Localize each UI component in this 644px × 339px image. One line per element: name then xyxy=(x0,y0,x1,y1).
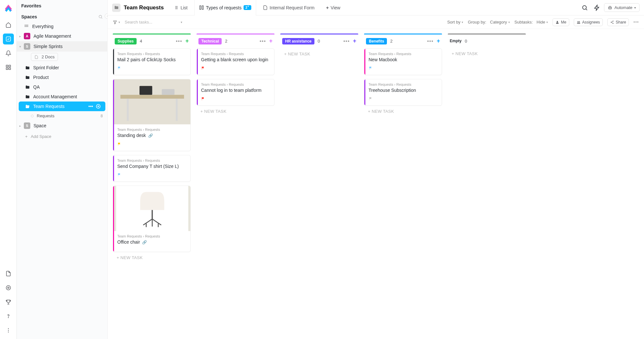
folder-more-icon[interactable]: ••• xyxy=(88,104,93,109)
help-icon[interactable] xyxy=(3,311,14,322)
task-card[interactable]: Team Requests › RequestsSend Company T s… xyxy=(113,155,191,182)
space-name: Simple Sprints xyxy=(34,44,62,49)
task-card[interactable]: Team Requests › RequestsTreehouse Subscr… xyxy=(364,79,442,106)
column-more-icon[interactable]: ••• xyxy=(176,38,182,44)
priority-flag-icon[interactable] xyxy=(201,66,205,70)
svg-rect-4 xyxy=(9,68,10,70)
space-docs[interactable]: 2 Docs xyxy=(31,53,58,61)
favorites-header[interactable]: Favorites xyxy=(17,0,107,11)
folder-sprint[interactable]: Sprint Folder xyxy=(17,63,107,73)
svg-rect-34 xyxy=(139,86,152,95)
notifications-icon[interactable] xyxy=(3,48,14,59)
more-icon[interactable]: ••• xyxy=(633,20,639,24)
everything-row[interactable]: Everything xyxy=(17,22,107,31)
search-icon[interactable] xyxy=(580,3,590,13)
subtasks-filter[interactable]: Subtasks: Hide ▾ xyxy=(514,20,548,24)
column-hr-assistance: HR assistance0•••++ NEW TASK xyxy=(280,34,358,60)
space-simple-sprints[interactable]: ▾ S Simple Sprints xyxy=(17,41,107,52)
add-space-button[interactable]: + Add Space xyxy=(17,131,107,142)
folder-account-mgmt[interactable]: Account Management xyxy=(17,92,107,102)
automate-button[interactable]: Automate ▾ xyxy=(604,3,639,12)
me-button[interactable]: Me xyxy=(553,18,569,26)
column-label[interactable]: HR assistance xyxy=(282,38,314,44)
task-card[interactable]: Team Requests › RequestsCannot log in to… xyxy=(197,79,274,106)
task-card[interactable]: Team Requests › RequestsStanding desk 🔗 xyxy=(113,79,191,151)
column-more-icon[interactable]: ••• xyxy=(343,38,350,44)
bolt-icon[interactable] xyxy=(592,3,602,13)
trophy-icon[interactable] xyxy=(3,296,14,307)
column-label[interactable]: Supplies xyxy=(115,38,137,44)
tab-badge: 2˅ xyxy=(244,5,251,10)
priority-flag-icon[interactable] xyxy=(117,142,121,146)
column-add-icon[interactable]: + xyxy=(437,38,440,44)
card-image xyxy=(114,186,190,231)
sort-by[interactable]: Sort by ▾ xyxy=(447,20,463,24)
chevron-down-icon: ▾ xyxy=(634,6,636,9)
svg-rect-33 xyxy=(176,99,178,121)
card-breadcrumb: Team Requests › Requests xyxy=(369,52,438,56)
tab-types-of-requests[interactable]: Types of requests 2˅ xyxy=(194,0,256,15)
attachment-icon: 🔗 xyxy=(142,240,147,245)
tab-label: Internal Request Form xyxy=(270,5,314,10)
space-space[interactable]: ▸ S Space xyxy=(17,121,107,131)
column-label[interactable]: Technical xyxy=(198,38,222,44)
priority-flag-icon[interactable] xyxy=(117,66,121,70)
column-add-icon[interactable]: + xyxy=(353,38,356,44)
priority-flag-icon[interactable] xyxy=(369,66,373,70)
folder-team-requests[interactable]: Team Requests ••• xyxy=(19,102,105,111)
space-agile[interactable]: ▸ A Agile Management xyxy=(17,31,107,41)
folder-label: Sprint Folder xyxy=(33,65,59,70)
svg-point-20 xyxy=(583,5,587,9)
filter-icon[interactable]: ▾ xyxy=(113,20,120,24)
priority-flag-icon[interactable] xyxy=(369,97,373,101)
column-more-icon[interactable]: ••• xyxy=(260,38,266,44)
pulse-icon[interactable] xyxy=(3,282,14,293)
more-icon[interactable] xyxy=(3,325,14,336)
folder-qa[interactable]: QA xyxy=(17,82,107,92)
column-count: 0 xyxy=(318,39,320,44)
column-more-icon[interactable]: ••• xyxy=(427,38,434,44)
column-add-icon[interactable]: + xyxy=(269,38,273,44)
new-task-button[interactable]: + NEW TASK xyxy=(197,106,274,117)
svg-rect-30 xyxy=(114,80,190,124)
new-task-button[interactable]: + NEW TASK xyxy=(280,48,358,60)
folder-add-icon[interactable] xyxy=(96,104,101,109)
tab-internal-request-form[interactable]: Internal Request Form xyxy=(258,0,319,15)
chevron-down-icon: ▾ xyxy=(181,21,182,24)
column-label[interactable]: Benefits xyxy=(366,38,387,44)
priority-flag-icon[interactable] xyxy=(117,173,121,177)
task-card[interactable]: Team Requests › RequestsNew Macbook xyxy=(364,48,442,75)
svg-point-11 xyxy=(25,25,25,25)
sidebar-collapse-handle[interactable]: ‹ xyxy=(105,14,108,19)
new-task-button[interactable]: + NEW TASK xyxy=(448,48,526,59)
tab-add-view[interactable]: + View xyxy=(321,0,345,15)
spaces-header: Spaces xyxy=(17,11,107,22)
tasks-icon[interactable] xyxy=(3,34,14,44)
svg-rect-32 xyxy=(127,99,129,121)
app-logo[interactable] xyxy=(4,3,13,12)
docs-icon[interactable] xyxy=(3,268,14,279)
topbar: Team Requests List Types of requests 2˅ … xyxy=(108,0,644,15)
list-requests[interactable]: Requests 8 xyxy=(17,111,107,121)
card-breadcrumb: Team Requests › Requests xyxy=(117,159,187,162)
task-card[interactable]: Team Requests › RequestsOffice chair 🔗 xyxy=(113,186,191,252)
priority-flag-icon[interactable] xyxy=(201,97,205,101)
apps-icon[interactable] xyxy=(3,62,14,73)
new-task-button[interactable]: + NEW TASK xyxy=(364,106,442,117)
task-card[interactable]: Team Requests › RequestsMail 2 pairs of … xyxy=(113,48,191,75)
column-add-icon[interactable]: + xyxy=(185,38,189,44)
task-card[interactable]: Team Requests › RequestsGetting a blank … xyxy=(197,48,274,75)
assignees-button[interactable]: Assignees xyxy=(574,18,603,26)
search-icon[interactable] xyxy=(98,15,103,19)
tab-label: List xyxy=(180,5,187,10)
column-count: 4 xyxy=(140,39,142,44)
column-label[interactable]: Empty xyxy=(450,38,462,44)
group-by[interactable]: Group by: Category ▾ xyxy=(468,20,510,24)
new-task-button[interactable]: + NEW TASK xyxy=(113,252,191,263)
home-icon[interactable] xyxy=(3,19,14,30)
list-dot-icon xyxy=(31,115,34,117)
share-button[interactable]: Share xyxy=(607,18,629,26)
tab-list[interactable]: List xyxy=(169,0,192,15)
folder-product[interactable]: Product xyxy=(17,73,107,82)
search-input[interactable]: Search tasks... ▾ xyxy=(125,20,182,24)
